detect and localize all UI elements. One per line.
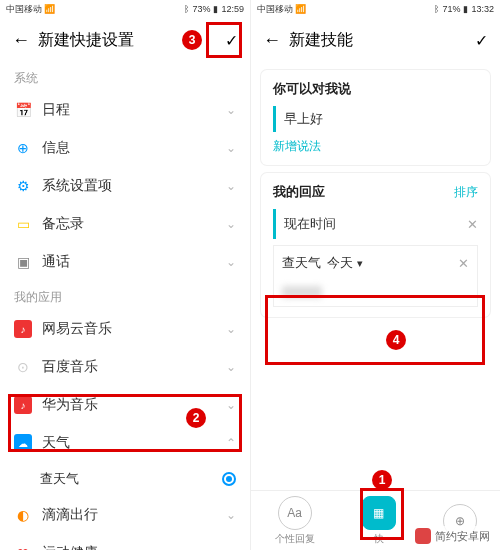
time-label: 13:32 <box>471 4 494 14</box>
tab-label: 个性回复 <box>275 532 315 546</box>
chevron-down-icon: ⌄ <box>226 255 236 269</box>
app-row[interactable]: ❤运动健康⌄ <box>0 534 250 550</box>
response-card: 我的回应 排序 现在时间 ✕ 查天气 今天 ▾ ✕ <box>261 173 490 317</box>
battery-label: 73% <box>192 4 210 14</box>
text-icon: Aa <box>278 496 312 530</box>
battery-icon: ▮ <box>463 4 468 14</box>
app-row[interactable]: ▣通话⌄ <box>0 243 250 281</box>
remove-icon[interactable]: ✕ <box>458 256 469 271</box>
signal-icon: 📶 <box>295 4 306 14</box>
sort-link[interactable]: 排序 <box>454 184 478 201</box>
app-label: 系统设置项 <box>42 177 216 195</box>
watermark-text: 简约安卓网 <box>435 529 490 544</box>
app-icon: ◐ <box>14 506 32 524</box>
response-item: 查天气 <box>282 254 321 272</box>
carrier-label: 中国移动 <box>6 3 42 16</box>
chevron-down-icon: ⌄ <box>226 508 236 522</box>
app-label: 网易云音乐 <box>42 320 216 338</box>
sub-action-row[interactable]: 查天气 <box>0 462 250 496</box>
blurred-text <box>282 286 322 298</box>
weather-response-row: 查天气 今天 ▾ ✕ <box>273 245 478 307</box>
response-title: 我的回应 <box>273 183 325 201</box>
tab-label: 快 <box>374 532 384 546</box>
watermark-icon <box>415 528 431 544</box>
app-row[interactable]: ♪华为音乐⌄ <box>0 386 250 424</box>
app-icon: ♪ <box>14 396 32 414</box>
chevron-down-icon: ⌄ <box>226 103 236 117</box>
radio-selected-icon[interactable] <box>222 472 236 486</box>
app-label: 日程 <box>42 101 216 119</box>
app-icon: ⚙ <box>14 177 32 195</box>
chevron-down-icon: ⌄ <box>226 217 236 231</box>
back-icon[interactable]: ← <box>12 30 30 51</box>
app-label: 备忘录 <box>42 215 216 233</box>
battery-icon: ▮ <box>213 4 218 14</box>
phrase-item[interactable]: 早上好 <box>273 106 478 132</box>
confirm-button[interactable]: ✓ <box>225 31 238 50</box>
app-label: 天气 <box>42 434 216 452</box>
app-icon: ⊕ <box>14 139 32 157</box>
chevron-down-icon: ⌄ <box>226 141 236 155</box>
callout-badge-3: 3 <box>182 30 202 50</box>
app-row[interactable]: ▭备忘录⌄ <box>0 205 250 243</box>
app-icon: ♪ <box>14 320 32 338</box>
say-title: 你可以对我说 <box>273 80 478 98</box>
watermark: 简约安卓网 <box>411 526 494 546</box>
app-icon: 📅 <box>14 101 32 119</box>
tab-quick[interactable]: ▦ 快 <box>362 496 396 546</box>
grid-icon: ▦ <box>362 496 396 530</box>
confirm-button[interactable]: ✓ <box>475 31 488 50</box>
left-screen: 中国移动📶 ᛒ73%▮12:59 ← 新建快捷设置 ✓ 系统📅日程⌄⊕信息⌄⚙系… <box>0 0 250 550</box>
app-label: 百度音乐 <box>42 358 216 376</box>
right-screen: 中国移动📶 ᛒ71%▮13:32 ← 新建技能 ✓ 你可以对我说 早上好 新增说… <box>250 0 500 550</box>
chevron-down-icon: ▾ <box>357 257 363 269</box>
chevron-down-icon: ⌄ <box>226 179 236 193</box>
header: ← 新建技能 ✓ <box>251 18 500 62</box>
chevron-down-icon: ⌄ <box>226 546 236 550</box>
app-icon: ▭ <box>14 215 32 233</box>
section-header: 我的应用 <box>0 281 250 310</box>
chevron-down-icon: ⌄ <box>226 322 236 336</box>
app-row[interactable]: ◐滴滴出行⌄ <box>0 496 250 534</box>
signal-icon: 📶 <box>44 4 55 14</box>
bt-icon: ᛒ <box>434 4 439 14</box>
say-card: 你可以对我说 早上好 新增说法 <box>261 70 490 165</box>
app-label: 滴滴出行 <box>42 506 216 524</box>
app-row[interactable]: ☁天气⌃ <box>0 424 250 462</box>
app-label: 信息 <box>42 139 216 157</box>
time-label: 12:59 <box>221 4 244 14</box>
callout-badge-2: 2 <box>186 408 206 428</box>
carrier-label: 中国移动 <box>257 3 293 16</box>
app-label: 通话 <box>42 253 216 271</box>
section-header: 系统 <box>0 62 250 91</box>
app-icon: ❤ <box>14 544 32 550</box>
app-row[interactable]: ⚙系统设置项⌄ <box>0 167 250 205</box>
app-icon: ▣ <box>14 253 32 271</box>
chevron-down-icon: ⌄ <box>226 398 236 412</box>
app-row[interactable]: ♪网易云音乐⌄ <box>0 310 250 348</box>
remove-icon[interactable]: ✕ <box>467 217 478 232</box>
response-item[interactable]: 现在时间 <box>284 215 336 233</box>
back-icon[interactable]: ← <box>263 30 281 51</box>
header: ← 新建快捷设置 ✓ <box>0 18 250 62</box>
app-icon: ⊙ <box>14 358 32 376</box>
sub-action-label: 查天气 <box>40 470 222 488</box>
app-icon: ☁ <box>14 434 32 452</box>
app-row[interactable]: ⊕信息⌄ <box>0 129 250 167</box>
chevron-down-icon: ⌄ <box>226 360 236 374</box>
status-bar: 中国移动📶 ᛒ71%▮13:32 <box>251 0 500 18</box>
day-dropdown[interactable]: 今天 ▾ <box>327 254 363 272</box>
add-phrase-link[interactable]: 新增说法 <box>273 138 478 155</box>
chevron-up-icon: ⌃ <box>226 436 236 450</box>
callout-badge-1: 1 <box>372 470 392 490</box>
app-label: 运动健康 <box>42 544 216 550</box>
callout-badge-4: 4 <box>386 330 406 350</box>
app-row[interactable]: ⊙百度音乐⌄ <box>0 348 250 386</box>
bt-icon: ᛒ <box>184 4 189 14</box>
tab-personality[interactable]: Aa 个性回复 <box>275 496 315 546</box>
app-row[interactable]: 📅日程⌄ <box>0 91 250 129</box>
status-bar: 中国移动📶 ᛒ73%▮12:59 <box>0 0 250 18</box>
page-title: 新建技能 <box>289 30 467 51</box>
battery-label: 71% <box>442 4 460 14</box>
